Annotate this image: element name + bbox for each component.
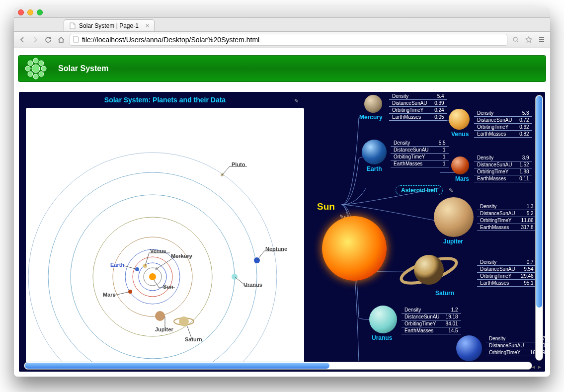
orbit-label-saturn: Saturn: [185, 336, 202, 342]
earth-label: Earth: [367, 165, 382, 172]
saturn-table: Density0.7 DistanceSunAU9.54 OrbitingTim…: [477, 259, 537, 287]
svg-point-4: [25, 66, 30, 71]
orbit-label-jupiter: Jupiter: [155, 326, 173, 332]
jupiter-icon: [434, 197, 474, 237]
vertical-scrollbar[interactable]: [535, 95, 543, 361]
browser-tab[interactable]: Solar System | Page-1 ×: [64, 19, 155, 31]
window-titlebar: [14, 7, 550, 18]
uranus-table: Density1.2 DistanceSunAU19.18 OrbitingTi…: [402, 307, 461, 334]
data-tree: Sun ✎▪ Mercury Density5.4 DistanceSunAU0…: [312, 92, 533, 361]
page-icon: [69, 22, 76, 29]
svg-point-24: [155, 311, 165, 321]
asteroid-belt-node: Asteroid belt: [396, 185, 443, 195]
home-button[interactable]: [57, 35, 66, 44]
svg-point-26: [179, 316, 189, 326]
venus-table: Density5.3 DistanceSunAU0.72 OrbitingTim…: [474, 110, 532, 138]
svg-point-9: [39, 72, 44, 77]
tab-close-icon[interactable]: ×: [146, 22, 150, 29]
neptune-icon: [456, 335, 482, 361]
bookmark-star-icon[interactable]: [524, 35, 533, 44]
browser-toolbar: file://localhost/Users/anna/Desktop/Sola…: [14, 32, 550, 48]
pin-icon[interactable]: ✎: [449, 187, 453, 194]
svg-point-3: [33, 74, 38, 79]
svg-point-19: [149, 273, 156, 280]
orbit-label-earth: Earth: [110, 262, 124, 268]
svg-point-11: [48, 172, 257, 366]
page-header: Solar System: [18, 55, 546, 82]
menu-button[interactable]: [537, 35, 546, 44]
reload-button[interactable]: [44, 35, 53, 44]
uranus-icon: [369, 306, 397, 333]
sun-label: Sun: [317, 201, 335, 212]
browser-tabbar: Solar System | Page-1 ×: [14, 18, 550, 32]
scroll-arrows[interactable]: ◄ ►: [531, 364, 542, 370]
orbit-label-neptune: Neptune: [265, 246, 287, 252]
earth-table: Density5.5 DistanceSunAU1 OrbitingTimeY1…: [391, 140, 449, 167]
pin-icon[interactable]: ✎: [294, 98, 299, 104]
minimize-window-button[interactable]: [27, 9, 33, 15]
svg-point-31: [414, 255, 444, 285]
close-window-button[interactable]: [18, 9, 24, 15]
forward-button[interactable]: [31, 35, 40, 44]
svg-point-7: [39, 61, 44, 66]
orbit-label-mars: Mars: [103, 292, 116, 298]
saturn-label: Saturn: [435, 290, 454, 297]
orbit-label-sun: Sun: [163, 284, 173, 290]
svg-point-8: [28, 72, 33, 77]
svg-point-2: [33, 58, 38, 63]
earth-icon: [362, 140, 387, 164]
page-title: Solar System: [53, 64, 108, 73]
mars-icon: [451, 157, 469, 174]
uranus-label: Uranus: [372, 334, 392, 341]
orbit-label-mercury: Merkury: [171, 253, 192, 259]
svg-point-1: [32, 65, 40, 73]
url-doc-icon: [73, 36, 79, 44]
mercury-icon: [364, 95, 382, 113]
mercury-label: Mercury: [359, 114, 383, 121]
diagram-canvas: Solar System: Planets and their Data ✎: [19, 92, 545, 372]
orbit-label-pluto: Pluto: [232, 161, 245, 167]
sun-icon: [322, 216, 387, 281]
back-button[interactable]: [18, 35, 27, 44]
url-text: file://localhost/Users/anna/Desktop/Sola…: [82, 36, 259, 44]
zoom-icon[interactable]: [511, 35, 520, 44]
mars-table: Density3.9 DistanceSunAU1.52 OrbitingTim…: [474, 155, 532, 182]
horizontal-scrollbar[interactable]: [24, 362, 532, 370]
jupiter-label: Jupiter: [443, 238, 463, 245]
svg-point-5: [41, 66, 46, 71]
orbit-chart: Pluto Neptune Uranus Saturn Jupiter Mars…: [26, 108, 304, 366]
saturn-icon: [399, 250, 459, 290]
orbit-label-uranus: Uranus: [243, 282, 262, 288]
address-bar[interactable]: file://localhost/Users/anna/Desktop/Sola…: [70, 34, 507, 46]
jupiter-table: Density1.3 DistanceSunAU5.2 OrbitingTime…: [477, 203, 537, 231]
svg-point-6: [28, 61, 33, 66]
orbit-label-venus: Venus: [150, 248, 166, 254]
mars-label: Mars: [455, 175, 469, 182]
mercury-table: Density5.4 DistanceSunAU0.39 OrbitingTim…: [389, 93, 447, 121]
diagram-title: Solar System: Planets and their Data: [26, 96, 304, 104]
svg-point-0: [513, 37, 517, 41]
venus-icon: [449, 109, 470, 130]
zoom-window-button[interactable]: [37, 9, 43, 15]
venus-label: Venus: [451, 131, 469, 138]
tab-title: Solar System | Page-1: [79, 22, 139, 29]
app-logo-icon: [18, 55, 53, 82]
